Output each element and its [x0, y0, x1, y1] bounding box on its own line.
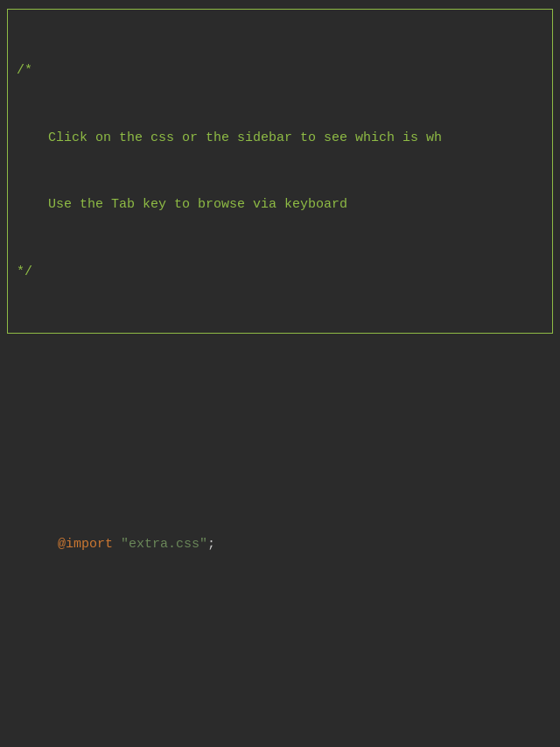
- import-keyword: @import: [58, 537, 121, 552]
- code-line-selector-ulli: ul li: [10, 740, 550, 747]
- import-semicolon: ;: [207, 537, 215, 552]
- comment-line-1: /*: [17, 60, 543, 82]
- code-line-import: @import "extra.css";: [10, 511, 550, 580]
- code-editor: /* Click on the css or the sidebar to se…: [0, 0, 560, 747]
- comment-line-3: Use the Tab key to browse via keyboard: [17, 194, 543, 216]
- import-string: "extra.css": [121, 537, 207, 552]
- comment-line-4: */: [17, 261, 543, 284]
- comment-line-2: Click on the css or the sidebar to see w…: [17, 127, 543, 150]
- code-line-blank-2: [10, 648, 550, 671]
- code-line-blank-1: [10, 419, 550, 441]
- comment-block: /* Click on the css or the sidebar to se…: [7, 9, 553, 334]
- code-area: @import "extra.css"; ul li { list-style:…: [0, 342, 560, 747]
